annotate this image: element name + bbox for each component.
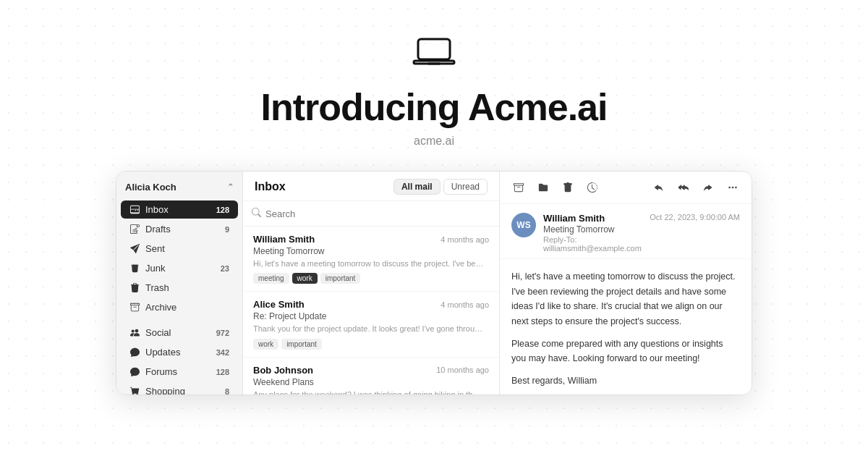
email-tag-important-2: important xyxy=(281,339,322,350)
email-sender-row: WS William Smith Meeting Tomorrow Reply-… xyxy=(511,213,740,253)
email-time-3: 10 months ago xyxy=(436,366,489,374)
sidebar-item-trash[interactable]: Trash xyxy=(121,279,238,297)
snooze-button[interactable] xyxy=(582,177,603,198)
email-toolbar xyxy=(500,172,752,204)
email-item-3[interactable]: Bob Johnson 10 months ago Weekend Plans … xyxy=(243,358,499,395)
more-options-button[interactable] xyxy=(723,177,743,198)
shopping-icon xyxy=(129,387,140,396)
drafts-icon xyxy=(129,224,140,235)
hero-subtitle: acme.ai xyxy=(414,135,454,148)
detail-reply-to: Reply-To: williamsmith@example.com xyxy=(543,235,642,253)
sidebar-header: Alicia Koch ⌃ xyxy=(116,177,242,200)
junk-icon xyxy=(129,263,140,274)
drafts-label: Drafts xyxy=(145,224,219,235)
email-detail-body: Hi, let's have a meeting tomorrow to dis… xyxy=(500,259,752,394)
inbox-icon xyxy=(129,205,140,215)
inbox-label: Inbox xyxy=(145,204,210,215)
drafts-badge: 9 xyxy=(225,225,229,234)
delete-button[interactable] xyxy=(558,177,578,198)
sidebar-item-forums[interactable]: Forums 128 xyxy=(121,363,238,381)
email-preview-2: Thank you for the project update. It loo… xyxy=(253,324,485,334)
social-label: Social xyxy=(145,327,210,338)
sidebar: Alicia Koch ⌃ Inbox 128 Drafts 9 xyxy=(116,172,243,394)
svg-rect-0 xyxy=(418,39,450,59)
email-subject-2: Re: Project Update xyxy=(253,311,489,321)
email-detail-meta: WS William Smith Meeting Tomorrow Reply-… xyxy=(500,204,752,259)
shopping-label: Shopping xyxy=(145,386,219,395)
trash-icon xyxy=(129,283,140,293)
email-time-1: 4 months ago xyxy=(441,235,489,244)
hero-section: Introducing Acme.ai acme.ai xyxy=(0,0,868,171)
filter-unread[interactable]: Unread xyxy=(443,179,488,195)
updates-label: Updates xyxy=(145,347,210,358)
email-item-1[interactable]: William Smith 4 months ago Meeting Tomor… xyxy=(243,227,499,292)
email-preview-1: Hi, let's have a meeting tomorrow to dis… xyxy=(253,258,485,269)
email-detail-info: William Smith Meeting Tomorrow Reply-To:… xyxy=(543,213,642,253)
user-name: Alicia Koch xyxy=(125,182,176,193)
email-list-panel: Inbox All mail Unread William Smith 4 mo… xyxy=(243,172,500,394)
body-paragraph-1: Hi, let's have a meeting tomorrow to dis… xyxy=(511,269,740,329)
trash-label: Trash xyxy=(145,282,224,293)
email-tag-important-1: important xyxy=(320,273,361,284)
body-paragraph-3: Best regards, William xyxy=(511,373,740,389)
hero-title: Introducing Acme.ai xyxy=(261,85,608,129)
app-window: Alicia Koch ⌃ Inbox 128 Drafts 9 xyxy=(116,171,752,395)
email-detail-panel: WS William Smith Meeting Tomorrow Reply-… xyxy=(500,172,752,394)
archive-label: Archive xyxy=(145,302,224,313)
sidebar-item-inbox[interactable]: Inbox 128 xyxy=(121,200,238,219)
sidebar-header-icons: ⌃ xyxy=(227,182,234,192)
search-bar xyxy=(243,201,499,227)
inbox-title: Inbox xyxy=(255,180,286,193)
forward-button[interactable] xyxy=(698,177,718,198)
laptop-icon xyxy=(412,35,456,74)
archive-button[interactable] xyxy=(509,177,529,198)
sidebar-item-drafts[interactable]: Drafts 9 xyxy=(121,220,238,238)
social-badge: 972 xyxy=(216,329,229,337)
updates-badge: 342 xyxy=(216,348,229,357)
email-list-header: Inbox All mail Unread xyxy=(243,172,499,201)
email-subject-1: Meeting Tomorrow xyxy=(253,246,489,256)
sent-icon xyxy=(129,244,140,254)
sidebar-item-updates[interactable]: Updates 342 xyxy=(121,343,238,361)
sidebar-item-sent[interactable]: Sent xyxy=(121,240,238,258)
archive-icon xyxy=(129,303,140,313)
filter-all-mail[interactable]: All mail xyxy=(393,179,441,195)
sidebar-item-social[interactable]: Social 972 xyxy=(121,324,238,342)
sender-avatar: WS xyxy=(511,213,536,237)
reply-all-button[interactable] xyxy=(673,177,694,198)
reply-button[interactable] xyxy=(649,177,669,198)
forums-icon xyxy=(129,367,140,377)
forums-label: Forums xyxy=(145,366,210,377)
junk-badge: 23 xyxy=(221,264,229,273)
email-list-filters: All mail Unread xyxy=(393,179,488,195)
sent-label: Sent xyxy=(145,243,224,254)
email-preview-3: Any plans for the weekend? I was thinkin… xyxy=(253,389,485,395)
email-tag-meeting: meeting xyxy=(253,273,289,284)
junk-label: Junk xyxy=(145,263,215,274)
sidebar-item-shopping[interactable]: Shopping 8 xyxy=(121,382,238,395)
chevron-up-down-icon: ⌃ xyxy=(227,182,234,192)
email-subject-3: Weekend Plans xyxy=(253,377,489,387)
email-sender-3: Bob Johnson xyxy=(253,365,313,376)
email-sender-1: William Smith xyxy=(253,234,315,245)
sidebar-item-junk[interactable]: Junk 23 xyxy=(121,259,238,277)
detail-timestamp: Oct 22, 2023, 9:00:00 AM xyxy=(650,213,740,221)
email-tag-work-1: work xyxy=(292,273,318,284)
avatar-initials: WS xyxy=(516,220,530,230)
email-item-2[interactable]: Alice Smith 4 months ago Re: Project Upd… xyxy=(243,292,499,357)
shopping-badge: 8 xyxy=(225,387,229,396)
sidebar-item-archive[interactable]: Archive xyxy=(121,298,238,316)
email-sender-2: Alice Smith xyxy=(253,299,305,310)
email-tags-1: meeting work important xyxy=(253,273,489,284)
search-icon xyxy=(252,207,261,220)
inbox-badge: 128 xyxy=(216,206,229,214)
body-paragraph-2: Please come prepared with any questions … xyxy=(511,337,740,366)
email-time-2: 4 months ago xyxy=(441,300,489,309)
email-tags-2: work important xyxy=(253,339,489,350)
updates-icon xyxy=(129,347,140,358)
move-button[interactable] xyxy=(533,177,553,198)
search-input[interactable] xyxy=(265,208,490,219)
detail-subject: Meeting Tomorrow xyxy=(543,224,642,235)
email-tag-work-2: work xyxy=(253,339,278,350)
detail-sender-name: William Smith xyxy=(543,213,642,224)
